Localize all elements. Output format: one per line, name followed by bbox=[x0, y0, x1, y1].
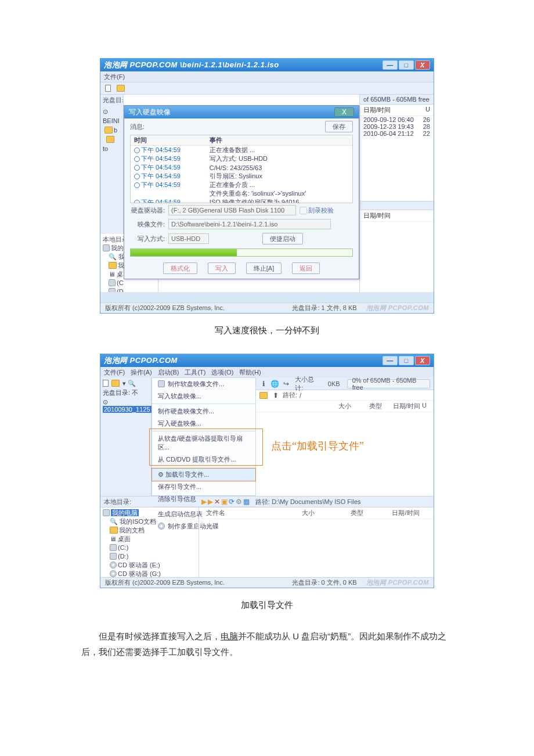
status-bar: 版权所有 (c)2002-2009 EZB Systems, Inc. 光盘目录… bbox=[100, 577, 434, 588]
menu-options[interactable]: 选项(O) bbox=[211, 368, 233, 377]
screenshot-1: 泡泡网 PCPOP.COM \beini-1.2.1\beini-1.2.1.i… bbox=[100, 58, 434, 314]
tree-root[interactable]: ⊙ BEINI bbox=[103, 107, 121, 125]
image-path[interactable]: D:\Software\beini-1.2.1\beini-1.2.1.iso bbox=[168, 219, 331, 229]
size-total-value: 0KB bbox=[323, 380, 345, 387]
annotation-hint: 点击“加载引导文件” bbox=[271, 439, 364, 453]
menu-item-load-boot[interactable]: ⚙ 加载引导文件... bbox=[151, 468, 256, 481]
verify-label: 刻录校验 bbox=[308, 206, 334, 215]
tree-item[interactable]: to bbox=[103, 135, 121, 153]
copyright: 版权所有 (c)2002-2009 EZB Systems, Inc. bbox=[100, 304, 229, 312]
screenshot-2: 泡泡网 PCPOP.COM — □ X 文件(F) 操作(A) 启动(B) 工具… bbox=[100, 354, 434, 588]
col-type: 类型 bbox=[333, 509, 381, 517]
globe-icon[interactable]: 🌐 bbox=[270, 379, 279, 388]
menu-file[interactable]: 文件(F) bbox=[104, 368, 125, 377]
maximize-button[interactable]: □ bbox=[399, 356, 414, 365]
verify-checkbox[interactable] bbox=[300, 207, 307, 214]
menubar[interactable]: 文件(F) 操作(A) 启动(B) 工具(T) 选项(O) 帮助(H) bbox=[100, 367, 434, 377]
local-dir-label: 本地目录: bbox=[100, 498, 153, 506]
copyright: 版权所有 (c)2002-2009 EZB Systems, Inc. bbox=[100, 578, 229, 587]
stop-button[interactable]: 终止[A] bbox=[246, 262, 282, 274]
window-title: 泡泡网 PCPOP.COM \beini-1.2.1\beini-1.2.1.i… bbox=[104, 60, 383, 70]
gear-icon[interactable]: ⚙ bbox=[236, 498, 242, 506]
col-time: 时间 bbox=[131, 135, 206, 146]
menu-action[interactable]: 操作(A) bbox=[131, 368, 152, 377]
close-button[interactable]: X bbox=[415, 60, 430, 70]
window-titlebar: 泡泡网 PCPOP.COM — □ X bbox=[100, 354, 434, 367]
menu-item[interactable]: 保存引导文件... bbox=[152, 481, 255, 493]
disk-dir-label: 光盘目录: bbox=[103, 389, 130, 396]
nav-icon[interactable]: ⟳ bbox=[229, 498, 234, 506]
menu-tools[interactable]: 工具(T) bbox=[185, 368, 205, 377]
col-filename: 文件名 bbox=[203, 509, 284, 517]
log-pane: 时间事件 下午 04:54:59正在准备数据 ... 下午 04:54:59写入… bbox=[130, 135, 353, 203]
menubar[interactable]: 文件(F) bbox=[100, 71, 434, 82]
message-label: 消息: bbox=[130, 123, 145, 131]
play-icon[interactable]: ▶ bbox=[201, 498, 207, 506]
play2-icon[interactable]: ▶ bbox=[208, 498, 213, 506]
format-button[interactable]: 格式化 bbox=[163, 262, 197, 274]
back-button[interactable]: 返回 bbox=[292, 262, 320, 274]
x-icon[interactable]: ✕ bbox=[214, 498, 220, 506]
capacity-bar: 0% of 650MB - 650MB free bbox=[347, 379, 430, 388]
write-disk-dialog: 写入硬盘映像 X 消息: 保存 时间事件 下午 04:54:59正在准备数据 .… bbox=[124, 105, 359, 279]
minimize-button[interactable]: — bbox=[383, 60, 398, 70]
quickboot-button[interactable]: 便捷启动 bbox=[262, 233, 303, 244]
mode-select[interactable]: USB-HDD bbox=[168, 233, 209, 244]
mid-toolbar: 本地目录: ▶ ▶ ✕ ▣ ⟳ ⚙ ▦ 路径: D:\My Documents\… bbox=[100, 496, 434, 507]
layers-icon[interactable]: ▦ bbox=[243, 498, 250, 506]
path-value: / bbox=[300, 392, 301, 399]
close-button[interactable]: X bbox=[415, 356, 430, 365]
side-pane: of 650MB - 605MB free 日期/时间U 2009-09-12 … bbox=[359, 95, 434, 292]
tree-mycomputer[interactable]: 我的电脑 bbox=[103, 509, 196, 517]
menu-file[interactable]: 文件(F) bbox=[104, 73, 125, 81]
path-label: 路径: bbox=[255, 498, 270, 505]
menu-item[interactable]: 写入软盘映像... bbox=[152, 390, 255, 402]
col-date: 日期/时间 bbox=[391, 402, 422, 411]
watermark: 泡泡网 PCPOP.COM bbox=[362, 578, 434, 587]
size-total-label: 大小总计: bbox=[295, 375, 320, 393]
menu-help[interactable]: 帮助(H) bbox=[239, 368, 261, 377]
col-event: 事件 bbox=[206, 135, 352, 146]
col-size: 大小 bbox=[329, 402, 360, 411]
menu-item[interactable]: 从 CD/DVD 提取引导文件... bbox=[152, 453, 255, 466]
tree-selected[interactable]: 20100930_1125 bbox=[103, 406, 151, 413]
menu-boot[interactable]: 启动(B) bbox=[158, 368, 179, 377]
right-pane: ℹ 🌐 ↪ 大小总计: 0KB 0% of 650MB - 650MB free… bbox=[256, 377, 434, 496]
write-button[interactable]: 写入 bbox=[208, 262, 236, 274]
image-label: 映像文件: bbox=[130, 220, 165, 229]
path-label: 路径: bbox=[283, 391, 297, 399]
square-icon[interactable]: ▣ bbox=[221, 498, 228, 506]
menu-item[interactable]: 制作软盘映像文件... bbox=[152, 378, 255, 390]
menu-item[interactable]: 制作硬盘映像文件... bbox=[152, 405, 255, 417]
col-u: U bbox=[422, 402, 430, 411]
tree-item[interactable]: b bbox=[103, 125, 121, 135]
disk-dir-label: 光盘目录 bbox=[100, 95, 123, 106]
save-button[interactable]: 保存 bbox=[325, 121, 353, 132]
mode-label: 写入方式: bbox=[130, 235, 165, 243]
minimize-button[interactable]: — bbox=[383, 356, 398, 365]
col-date2: 日期/时间 bbox=[363, 211, 430, 220]
folder-icon[interactable] bbox=[259, 391, 269, 400]
disk-dir-status: 光盘目录: 0 文件, 0 KB bbox=[287, 578, 361, 587]
caption-1: 写入速度很快，一分钟不到 bbox=[0, 325, 534, 336]
drive-select[interactable]: (F:, 2 GB)General USB Flash Disk 1100 bbox=[168, 205, 296, 215]
status-bar: 版权所有 (c)2002-2009 EZB Systems, Inc. 光盘目录… bbox=[100, 303, 434, 313]
window-title: 泡泡网 PCPOP.COM bbox=[104, 355, 383, 366]
info-icon[interactable]: ℹ bbox=[259, 379, 268, 388]
disk-dir-status: 光盘目录: 1 文件, 8 KB bbox=[287, 304, 361, 312]
dialog-close-button[interactable]: X bbox=[334, 107, 354, 117]
col-type: 类型 bbox=[360, 402, 391, 411]
col-date: 日期/时间 bbox=[381, 509, 430, 517]
col-size: 大小 bbox=[284, 509, 333, 517]
menu-item[interactable]: 从软盘/硬盘驱动器提取引导扇区... bbox=[152, 433, 255, 453]
new-icon[interactable] bbox=[104, 84, 113, 93]
arrow-icon[interactable]: ↪ bbox=[282, 379, 290, 388]
open-icon[interactable] bbox=[117, 84, 126, 93]
menu-item[interactable]: 写入硬盘映像... bbox=[152, 417, 255, 430]
body-paragraph: 但是有时候选择直接写入之后，电脑并不能成功从 U 盘启动“奶瓶”。因此如果制作不… bbox=[81, 628, 453, 660]
progress-bar bbox=[130, 249, 353, 257]
capacity-label: of 650MB - 605MB free bbox=[360, 95, 434, 105]
maximize-button[interactable]: □ bbox=[399, 60, 414, 70]
up-icon[interactable]: ⬆ bbox=[271, 391, 280, 400]
file-list: 文件名 大小 类型 日期/时间 bbox=[199, 507, 434, 577]
